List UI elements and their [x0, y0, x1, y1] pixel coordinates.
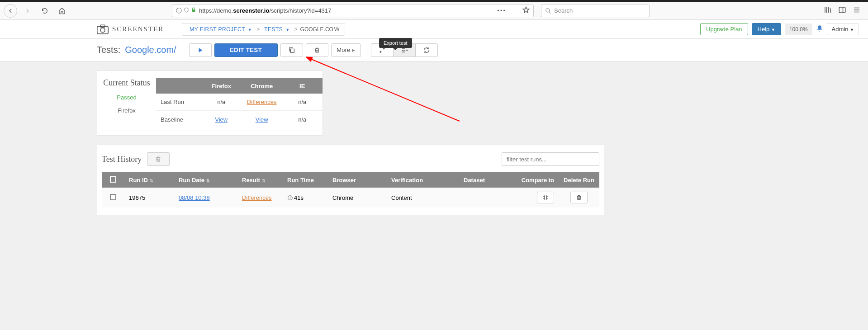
reload-button[interactable]	[38, 4, 52, 18]
cell-browser: Chrome	[328, 194, 387, 201]
trash-icon	[576, 194, 582, 201]
status-result: Passed	[97, 94, 156, 101]
svg-point-3	[100, 28, 105, 32]
col-verification: Verification	[387, 177, 459, 184]
baseline-chrome-link[interactable]: View	[256, 116, 268, 123]
export-tooltip: Export test	[379, 38, 412, 48]
col-delete: Delete Run	[559, 177, 599, 184]
col-browser: Browser	[328, 177, 387, 184]
back-button[interactable]	[4, 4, 17, 18]
home-button[interactable]	[55, 4, 69, 18]
camera-icon	[97, 24, 109, 34]
zoom-indicator: 100.0%	[785, 24, 812, 35]
cell-runtime: 41s	[283, 194, 328, 201]
url-bar[interactable]: ⓘ https://demo.screenster.io/scripts/his…	[172, 5, 534, 17]
cell-date-link[interactable]: 08/08 10:38	[179, 194, 210, 201]
app-header: SCREENSTER MY FIRST PROJECT ▼ > TESTS ▼ …	[0, 20, 868, 39]
cell-verification: Content	[387, 194, 459, 201]
lastrun-firefox: n/a	[201, 99, 242, 105]
star-icon[interactable]	[522, 6, 530, 15]
more-button[interactable]: More ▶	[331, 43, 361, 57]
shield-icon	[184, 7, 189, 14]
col-dataset: Dataset	[459, 177, 513, 184]
cell-runid: 19675	[124, 194, 174, 201]
url-text: https://demo.screenster.io/scripts/histo…	[199, 7, 331, 14]
lastrun-chrome-link[interactable]: Differences	[247, 99, 277, 105]
row-lastrun-label: Last Run	[156, 99, 201, 105]
svg-line-6	[310, 59, 460, 121]
col-compare: Compare to	[513, 177, 559, 184]
col-firefox: Firefox	[201, 83, 242, 90]
refresh-all-button[interactable]	[415, 43, 438, 57]
menu-icon[interactable]	[853, 6, 861, 16]
search-icon	[545, 8, 551, 14]
history-panel: Test History Run ID⇅ Run Date⇅ Result⇅ R…	[97, 145, 604, 215]
table-row: 19675 08/08 10:38 Differences 41s Chrome…	[102, 188, 599, 207]
compare-button[interactable]	[537, 192, 554, 203]
status-panel: Current Status Passed Firefox Firefox Ch…	[97, 71, 323, 136]
col-runtime: Run Time	[283, 177, 328, 184]
row-checkbox[interactable]	[110, 194, 116, 200]
test-toolbar: Tests: Google.com/ EDIT TEST More ▶ Expo…	[0, 39, 868, 61]
pocket-icon[interactable]	[511, 6, 518, 15]
info-icon: ⓘ	[176, 7, 182, 15]
brand-text: SCREENSTER	[112, 25, 164, 33]
baseline-firefox-link[interactable]: View	[215, 116, 228, 123]
col-ie: IE	[282, 83, 323, 90]
tests-label: Tests: Google.com/	[97, 45, 176, 55]
edit-test-button[interactable]: EDIT TEST	[214, 43, 278, 57]
run-button[interactable]	[189, 43, 212, 57]
delete-runs-button[interactable]	[147, 152, 170, 166]
breadcrumb-project[interactable]: MY FIRST PROJECT ▼	[188, 26, 254, 33]
caret-down-icon: ▼	[285, 28, 289, 32]
lock-icon	[191, 7, 196, 14]
copy-button[interactable]	[280, 43, 303, 57]
library-icon[interactable]	[824, 6, 832, 16]
row-baseline-label: Baseline	[156, 116, 201, 123]
cell-result-link[interactable]: Differences	[242, 194, 272, 201]
svg-rect-5	[290, 49, 294, 52]
delete-button[interactable]	[306, 43, 328, 57]
help-button[interactable]: Help ▼	[752, 23, 781, 35]
svg-point-0	[546, 8, 550, 12]
history-title: Test History	[102, 155, 142, 164]
history-table-header: Run ID⇅ Run Date⇅ Result⇅ Run Time Brows…	[102, 172, 599, 188]
admin-menu[interactable]: Admin ▼	[827, 23, 859, 35]
lastrun-ie: n/a	[282, 99, 323, 105]
browser-bar: ⓘ https://demo.screenster.io/scripts/his…	[0, 2, 868, 20]
forward-button[interactable]	[21, 4, 34, 18]
test-name[interactable]: Google.com/	[125, 45, 176, 55]
sidebar-icon[interactable]	[838, 6, 846, 16]
breadcrumb-tests[interactable]: TESTS ▼	[262, 26, 291, 33]
col-rundate[interactable]: Run Date⇅	[174, 177, 237, 184]
logo[interactable]: SCREENSTER	[97, 24, 164, 34]
annotation-arrow	[306, 54, 464, 127]
more-icon[interactable]: •••	[497, 7, 506, 14]
status-title: Current Status	[97, 78, 156, 88]
select-all-checkbox[interactable]	[110, 176, 116, 183]
upgrade-button[interactable]: Upgrade Plan	[700, 23, 748, 35]
col-chrome: Chrome	[242, 83, 282, 90]
delete-run-button[interactable]	[570, 192, 588, 203]
search-placeholder: Search	[554, 7, 573, 14]
caret-down-icon: ▼	[248, 28, 252, 32]
filter-input[interactable]	[502, 152, 599, 166]
col-runid[interactable]: Run ID⇅	[124, 177, 174, 184]
trash-icon	[155, 156, 161, 162]
status-browser: Firefox	[97, 107, 156, 114]
breadcrumb-current: GOOGLE.COM/	[300, 26, 340, 33]
bell-icon[interactable]	[816, 25, 823, 34]
baseline-ie: n/a	[282, 116, 323, 123]
browser-search[interactable]: Search	[541, 5, 650, 17]
clock-icon	[287, 195, 293, 201]
breadcrumb: MY FIRST PROJECT ▼ > TESTS ▼ > GOOGLE.CO…	[182, 23, 345, 36]
col-result[interactable]: Result⇅	[237, 177, 283, 184]
svg-rect-1	[839, 7, 845, 13]
